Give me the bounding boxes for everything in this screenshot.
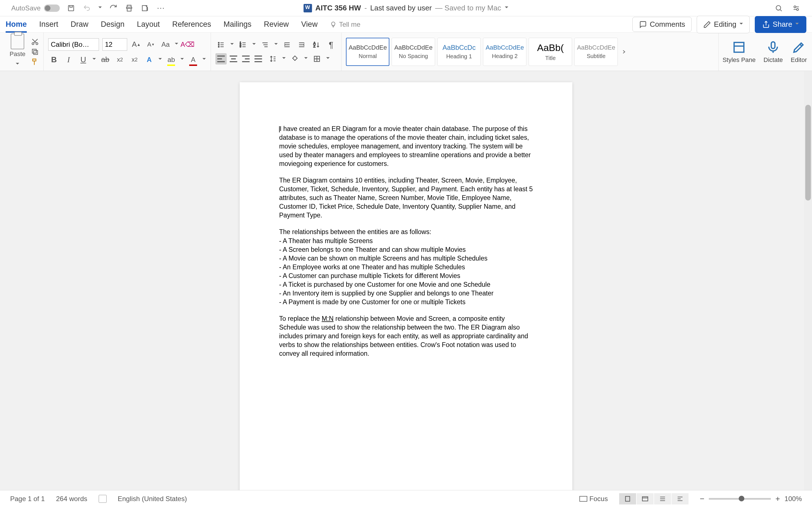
text-effects-dropdown[interactable] xyxy=(158,54,162,65)
proofing-icon[interactable] xyxy=(99,495,107,503)
italic-button[interactable]: I xyxy=(63,54,74,65)
undo-dropdown[interactable] xyxy=(98,3,102,14)
line-spacing-icon[interactable] xyxy=(267,53,278,64)
borders-icon[interactable] xyxy=(311,53,322,64)
page[interactable]: I have created an ER Diagram for a movie… xyxy=(240,82,572,490)
style-normal[interactable]: AaBbCcDdEe Normal xyxy=(346,38,389,66)
align-justify-button[interactable] xyxy=(253,53,264,64)
format-painter-icon[interactable] xyxy=(31,58,39,66)
save-as-icon[interactable] xyxy=(140,4,149,13)
align-right-button[interactable] xyxy=(240,53,252,64)
tab-insert[interactable]: Insert xyxy=(39,16,58,33)
tab-home[interactable]: Home xyxy=(6,16,27,33)
chevron-down-icon[interactable] xyxy=(504,3,508,14)
grow-font-icon[interactable]: A▲ xyxy=(131,39,142,50)
undo-icon[interactable] xyxy=(82,4,91,13)
copy-icon[interactable] xyxy=(31,48,39,56)
tab-review[interactable]: Review xyxy=(264,16,289,33)
align-left-button[interactable] xyxy=(215,53,227,64)
vertical-scrollbar[interactable] xyxy=(804,71,812,490)
dictate-button[interactable]: Dictate xyxy=(763,40,783,64)
paragraph[interactable]: - A Movie can be shown on multiple Scree… xyxy=(279,254,533,263)
ribbon-options-icon[interactable] xyxy=(792,4,801,13)
outline-view[interactable] xyxy=(654,493,671,504)
cut-icon[interactable] xyxy=(31,38,39,46)
superscript-button[interactable]: x2 xyxy=(129,54,140,65)
share-button[interactable]: Share xyxy=(755,16,806,33)
align-center-button[interactable] xyxy=(228,53,239,64)
underline-dropdown[interactable] xyxy=(92,54,96,65)
paragraph[interactable]: - A Ticket is purchased by one Customer … xyxy=(279,280,533,289)
underlined-text[interactable]: M:N xyxy=(322,315,334,322)
numbering-icon[interactable]: 123 xyxy=(238,39,249,50)
line-spacing-dropdown[interactable] xyxy=(282,53,286,64)
font-name-select[interactable] xyxy=(48,38,99,51)
sort-icon[interactable]: AZ xyxy=(311,39,322,50)
web-layout-view[interactable] xyxy=(637,493,654,504)
save-icon[interactable] xyxy=(66,4,75,13)
bold-button[interactable]: B xyxy=(48,54,59,65)
strike-button[interactable]: ab xyxy=(100,54,111,65)
style-no-spacing[interactable]: AaBbCcDdEe No Spacing xyxy=(392,38,435,66)
language[interactable]: English (United States) xyxy=(118,495,187,503)
focus-button[interactable]: Focus xyxy=(579,495,608,503)
pilcrow-icon[interactable]: ¶ xyxy=(325,39,337,50)
indent-left-icon[interactable] xyxy=(282,39,293,50)
print-layout-view[interactable] xyxy=(619,493,636,504)
paragraph[interactable]: The relationships between the entities a… xyxy=(279,228,533,236)
bullets-icon[interactable] xyxy=(215,39,227,50)
redo-icon[interactable] xyxy=(109,4,118,13)
tab-draw[interactable]: Draw xyxy=(71,16,89,33)
paragraph[interactable]: To replace the M:N relationship between … xyxy=(279,314,533,358)
comments-button[interactable]: Comments xyxy=(632,17,692,32)
paragraph[interactable]: - A Payment is made by one Customer for … xyxy=(279,298,533,306)
paragraph[interactable]: - An Inventory item is supplied by one S… xyxy=(279,289,533,298)
paragraph[interactable]: - An Employee works at one Theater and h… xyxy=(279,263,533,272)
tab-design[interactable]: Design xyxy=(101,16,124,33)
clear-format-icon[interactable]: A⌫ xyxy=(182,39,193,50)
paste-dropdown[interactable] xyxy=(15,59,19,70)
document-canvas[interactable]: I have created an ER Diagram for a movie… xyxy=(0,71,812,490)
ellipsis-icon[interactable]: ⋯ xyxy=(156,4,165,13)
shading-dropdown[interactable] xyxy=(304,53,308,64)
autosave-toggle[interactable] xyxy=(44,4,60,12)
styles-pane-button[interactable]: Styles Pane xyxy=(723,40,756,64)
change-case-dropdown[interactable] xyxy=(174,39,179,50)
search-icon[interactable] xyxy=(774,4,783,13)
shading-icon[interactable] xyxy=(289,53,301,64)
borders-dropdown[interactable] xyxy=(326,53,330,64)
tab-references[interactable]: References xyxy=(172,16,211,33)
change-case-icon[interactable]: Aa xyxy=(160,39,171,50)
style-subtitle[interactable]: AaBbCcDdEe Subtitle xyxy=(574,38,618,66)
font-color-icon[interactable]: A xyxy=(188,54,199,65)
editing-dropdown-icon[interactable] xyxy=(739,19,743,30)
style-heading-1[interactable]: AaBbCcDc Heading 1 xyxy=(437,38,481,66)
paragraph[interactable]: The ER Diagram contains 10 entities, inc… xyxy=(279,176,533,220)
styles-more-icon[interactable] xyxy=(620,38,628,66)
shrink-font-icon[interactable]: A▼ xyxy=(145,39,156,50)
page-count[interactable]: Page 1 of 1 xyxy=(10,495,45,503)
style-heading-2[interactable]: AaBbCcDdEe Heading 2 xyxy=(483,38,526,66)
multilevel-icon[interactable] xyxy=(259,39,271,50)
tell-me[interactable]: Tell me xyxy=(330,20,360,29)
paragraph[interactable]: I have created an ER Diagram for a movie… xyxy=(279,124,533,168)
underline-button[interactable]: U xyxy=(78,54,89,65)
paragraph[interactable]: - A Theater has multiple Screens xyxy=(279,237,533,245)
share-dropdown-icon[interactable] xyxy=(795,19,799,30)
multilevel-dropdown[interactable] xyxy=(274,39,278,50)
indent-right-icon[interactable] xyxy=(296,39,307,50)
zoom-in-button[interactable]: + xyxy=(775,494,780,503)
tab-mailings[interactable]: Mailings xyxy=(223,16,252,33)
paragraph[interactable]: - A Screen belongs to one Theater and ca… xyxy=(279,245,533,254)
highlight-dropdown[interactable] xyxy=(180,54,184,65)
subscript-button[interactable]: x2 xyxy=(114,54,125,65)
autosave-control[interactable]: AutoSave xyxy=(11,4,60,12)
document-title[interactable]: AITC 356 HW xyxy=(315,4,361,12)
text-effects-icon[interactable]: A xyxy=(144,54,155,65)
style-title[interactable]: AaBb( Title xyxy=(529,38,572,66)
font-color-dropdown[interactable] xyxy=(202,54,206,65)
paste-button[interactable]: Paste xyxy=(10,34,28,70)
bullets-dropdown[interactable] xyxy=(230,39,234,50)
tab-layout[interactable]: Layout xyxy=(137,16,160,33)
zoom-out-button[interactable]: − xyxy=(700,494,704,503)
